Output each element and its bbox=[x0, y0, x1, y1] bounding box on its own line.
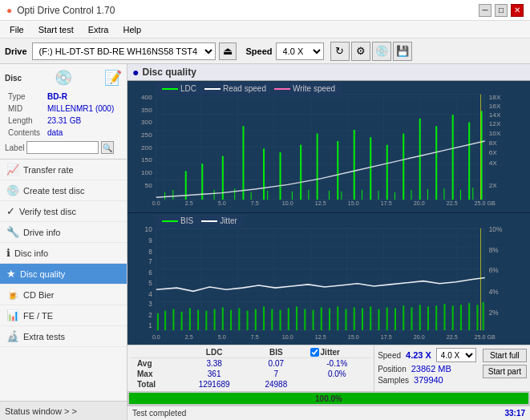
verify-test-disc-icon: ✓ bbox=[6, 205, 15, 217]
max-jitter: 0.0% bbox=[304, 369, 371, 379]
sidebar-item-disc-quality[interactable]: ★ Disc quality bbox=[0, 264, 127, 285]
sidebar-item-extra-tests[interactable]: 🔬 Extra tests bbox=[0, 326, 127, 347]
fe-te-label: FE / TE bbox=[23, 311, 120, 321]
stats-col-bis: BIS bbox=[249, 347, 303, 358]
svg-text:9: 9 bbox=[148, 236, 152, 244]
main-content: ● Disc quality LDC Read speed bbox=[127, 64, 530, 420]
speed-label: Speed bbox=[246, 46, 273, 56]
svg-text:12.5: 12.5 bbox=[315, 333, 326, 340]
svg-text:100: 100 bbox=[141, 169, 152, 176]
create-test-disc-label: Create test disc bbox=[23, 186, 120, 196]
speed-select[interactable]: 4.0 X 2.0 X 8.0 X bbox=[276, 42, 324, 60]
svg-rect-61 bbox=[411, 190, 411, 200]
svg-rect-102 bbox=[214, 309, 216, 330]
avg-bis: 0.07 bbox=[249, 358, 303, 370]
titlebar-controls: ─ □ ✕ bbox=[479, 4, 524, 17]
svg-rect-46 bbox=[468, 123, 470, 200]
sidebar-item-create-test-disc[interactable]: 💿 Create test disc bbox=[0, 180, 127, 201]
refresh-button[interactable]: ↻ bbox=[330, 42, 350, 61]
disc-icon-button[interactable]: 💿 bbox=[372, 42, 391, 61]
svg-rect-114 bbox=[313, 310, 314, 330]
svg-text:8X: 8X bbox=[489, 139, 498, 147]
svg-text:0.0: 0.0 bbox=[152, 333, 160, 340]
start-full-button[interactable]: Start full bbox=[483, 349, 527, 362]
menu-file[interactable]: File bbox=[3, 23, 30, 36]
minimize-button[interactable]: ─ bbox=[479, 4, 492, 17]
read-legend-item: Read speed bbox=[204, 84, 266, 93]
position-label: Position bbox=[378, 365, 407, 374]
disc-info-label: Disc info bbox=[14, 248, 120, 258]
svg-rect-37 bbox=[317, 134, 318, 200]
type-label: Type bbox=[6, 91, 44, 102]
svg-rect-42 bbox=[403, 134, 404, 200]
total-bis: 24988 bbox=[249, 379, 303, 390]
jitter-legend-label: Jitter bbox=[220, 216, 237, 225]
svg-text:5: 5 bbox=[148, 279, 152, 287]
svg-text:2%: 2% bbox=[489, 309, 499, 317]
sidebar-item-cd-bier[interactable]: 🍺 CD Bier bbox=[0, 285, 127, 305]
status-window[interactable]: Status window > > bbox=[0, 401, 127, 420]
jitter-checkbox[interactable] bbox=[310, 348, 319, 357]
sidebar-item-verify-test-disc[interactable]: ✓ Verify test disc bbox=[0, 201, 127, 222]
stats-max-row: Max 361 7 0.0% bbox=[131, 369, 370, 379]
svg-text:300: 300 bbox=[141, 119, 152, 127]
sidebar-item-disc-info[interactable]: ℹ Disc info bbox=[0, 243, 127, 264]
svg-text:4%: 4% bbox=[489, 287, 499, 295]
toolbar-right-buttons: ↻ ⚙ 💿 💾 bbox=[330, 42, 412, 61]
drive-label: Drive bbox=[5, 46, 27, 56]
menu-start-test[interactable]: Start test bbox=[32, 23, 80, 36]
svg-rect-95 bbox=[157, 313, 159, 330]
label-input[interactable] bbox=[26, 141, 99, 154]
svg-rect-101 bbox=[205, 311, 207, 330]
disc-info-icon: ℹ bbox=[6, 247, 10, 259]
start-part-button[interactable]: Start part bbox=[483, 365, 527, 378]
svg-text:20.0: 20.0 bbox=[414, 333, 425, 340]
svg-rect-132 bbox=[460, 305, 462, 330]
total-jitter bbox=[304, 379, 371, 390]
cd-bier-icon: 🍺 bbox=[6, 289, 19, 301]
eject-button[interactable]: ⏏ bbox=[219, 42, 237, 60]
svg-rect-50 bbox=[214, 190, 215, 200]
main-layout: Disc 💿 📝 Type BD-R MID MILLENMR1 (000) L… bbox=[0, 64, 530, 420]
progress-track: 100.0% bbox=[129, 393, 528, 404]
progress-bar-container: 100.0% bbox=[127, 391, 530, 406]
drive-select[interactable]: (F:) HL-DT-ST BD-RE WH16NS58 TST4 bbox=[32, 42, 216, 60]
svg-rect-39 bbox=[354, 130, 355, 200]
write-legend-color bbox=[274, 88, 290, 90]
svg-text:10X: 10X bbox=[489, 131, 501, 138]
svg-rect-41 bbox=[386, 145, 388, 200]
stats-panel: LDC BIS Jitter Avg 3.38 bbox=[127, 345, 530, 391]
svg-text:18X: 18X bbox=[489, 95, 501, 102]
svg-text:25.0 GB: 25.0 GB bbox=[475, 333, 496, 340]
menu-extra[interactable]: Extra bbox=[82, 23, 115, 36]
svg-rect-134 bbox=[476, 305, 478, 330]
svg-rect-48 bbox=[164, 192, 165, 200]
svg-text:22.5: 22.5 bbox=[447, 200, 458, 206]
label-edit-button[interactable]: 🔍 bbox=[101, 141, 114, 154]
max-label: Max bbox=[131, 369, 180, 379]
maximize-button[interactable]: □ bbox=[495, 4, 508, 17]
jitter-legend-color bbox=[201, 220, 217, 222]
menu-help[interactable]: Help bbox=[116, 23, 148, 36]
speed-select-stats[interactable]: 4.0 X 2.0 X 8.0 X bbox=[436, 348, 476, 362]
svg-text:7.5: 7.5 bbox=[251, 200, 259, 206]
svg-text:6: 6 bbox=[148, 269, 152, 277]
total-ldc: 1291689 bbox=[180, 379, 249, 390]
stats-header-row: LDC BIS Jitter bbox=[131, 347, 370, 358]
contents-label: Contents bbox=[6, 127, 44, 138]
close-button[interactable]: ✕ bbox=[511, 4, 524, 17]
ldc-legend-item: LDC bbox=[162, 84, 196, 93]
svg-text:4X: 4X bbox=[489, 160, 498, 167]
sidebar-item-drive-info[interactable]: 🔧 Drive info bbox=[0, 222, 127, 243]
disc-icon2: 📝 bbox=[104, 69, 122, 87]
svg-text:12.5: 12.5 bbox=[315, 200, 326, 206]
sidebar-item-transfer-rate[interactable]: 📈 Transfer rate bbox=[0, 160, 127, 180]
sidebar: Disc 💿 📝 Type BD-R MID MILLENMR1 (000) L… bbox=[0, 64, 127, 420]
svg-rect-52 bbox=[251, 192, 252, 200]
jitter-legend-item: Jitter bbox=[201, 216, 237, 225]
save-button[interactable]: 💾 bbox=[393, 42, 412, 61]
read-legend-color bbox=[204, 88, 220, 90]
settings-button[interactable]: ⚙ bbox=[351, 42, 370, 61]
sidebar-item-fe-te[interactable]: 📊 FE / TE bbox=[0, 305, 127, 326]
svg-text:2X: 2X bbox=[489, 182, 498, 189]
